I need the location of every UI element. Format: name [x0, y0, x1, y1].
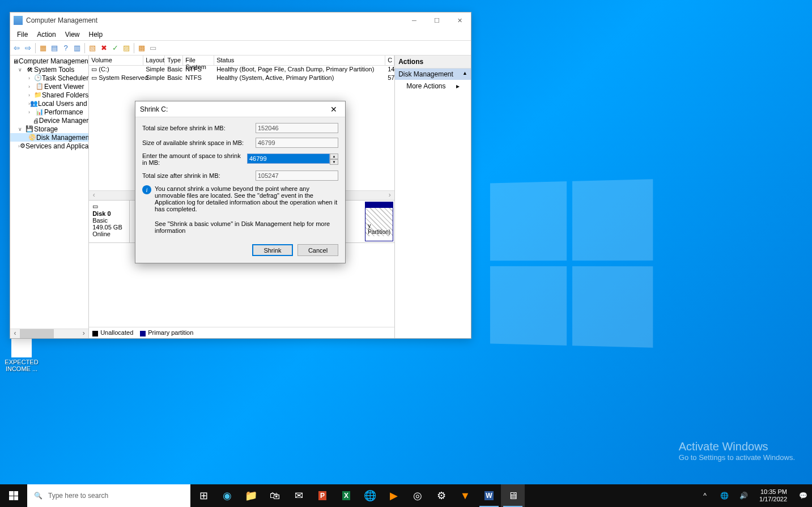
actions-more[interactable]: More Actions ▸ [395, 80, 471, 92]
drive-icon: ▭ [92, 203, 126, 210]
tree-task-scheduler[interactable]: › 🕒 Task Scheduler [10, 74, 88, 82]
actions-header: Actions [395, 56, 471, 69]
label-total-after: Total size after shrink in MB: [142, 172, 256, 179]
tree-event-viewer[interactable]: › 📋 Event Viewer [10, 82, 88, 91]
total-after-field [256, 171, 338, 181]
notifications-icon[interactable]: 💬 [796, 492, 810, 500]
close-button[interactable]: ✕ [448, 12, 471, 28]
task-view-icon[interactable]: ⊞ [192, 484, 215, 507]
collapse-icon[interactable]: ▲ [462, 70, 467, 78]
store-icon[interactable]: 🛍 [263, 484, 287, 507]
disk-label[interactable]: ▭ Disk 0 Basic 149.05 GB Online [89, 201, 130, 242]
media-icon[interactable]: ▶ [382, 484, 406, 507]
clock[interactable]: 10:35 PM 1/17/2022 [756, 488, 790, 503]
toolbar-icon[interactable]: ▩ [137, 43, 147, 53]
window-title: Computer Management [26, 16, 403, 24]
explorer-icon[interactable]: 📁 [239, 484, 263, 507]
help-icon[interactable]: ? [61, 43, 71, 53]
total-before-field [256, 123, 338, 133]
tree-services-applications[interactable]: › ⚙ Services and Applications [10, 142, 88, 150]
network-icon[interactable]: 🌐 [717, 492, 731, 500]
legend-primary-swatch [140, 331, 146, 336]
col-type[interactable]: Type [165, 56, 183, 65]
back-icon[interactable]: ⇦ [11, 43, 22, 53]
spin-up-icon[interactable]: ▲ [330, 154, 338, 159]
label-enter-amount: Enter the amount of space to shrink in M… [142, 152, 247, 166]
col-filesystem[interactable]: File System [183, 56, 214, 65]
actions-selected[interactable]: Disk Management ▲ [395, 69, 471, 80]
table-row[interactable]: ▭ (C:) Simple Basic NTFS Healthy (Boot, … [89, 66, 394, 74]
forward-icon[interactable]: ⇨ [23, 43, 33, 53]
menu-help[interactable]: Help [84, 29, 108, 40]
chevron-down-icon[interactable]: ∨ [18, 67, 25, 73]
cancel-button[interactable]: Cancel [297, 244, 338, 256]
desktop-icon-label: EXPECTED INCOME ... [5, 359, 39, 372]
toolbar-icon[interactable]: ▧ [87, 43, 97, 53]
menu-view[interactable]: View [61, 29, 84, 40]
toolbar-icon[interactable]: ▭ [148, 43, 158, 53]
services-icon: ⚙ [20, 142, 25, 150]
start-button[interactable] [0, 484, 27, 507]
spinner-buttons[interactable]: ▲ ▼ [330, 154, 338, 165]
shrink-amount-input[interactable] [247, 154, 330, 164]
delete-icon[interactable]: ✖ [99, 43, 109, 53]
chevron-down-icon[interactable]: ∨ [18, 126, 25, 132]
mail-icon[interactable]: ✉ [287, 484, 311, 507]
tree-root[interactable]: 🖥 Computer Management (Local [10, 57, 88, 65]
menubar: File Action View Help [10, 28, 471, 41]
desktop-windows-logo [490, 179, 653, 348]
tools-icon: 🛠 [25, 66, 34, 74]
col-status[interactable]: Status [214, 56, 385, 65]
tree-scrollbar[interactable]: ‹› [10, 329, 88, 338]
minimize-button[interactable]: ─ [403, 12, 426, 28]
col-c[interactable]: C [385, 56, 394, 65]
toolbar-icon[interactable]: ▨ [121, 43, 131, 53]
col-layout[interactable]: Layout [143, 56, 165, 65]
maximize-button[interactable]: ☐ [426, 12, 448, 28]
col-volume[interactable]: Volume [89, 56, 143, 65]
tray-chevron-icon[interactable]: ^ [698, 492, 712, 500]
powerpoint-icon[interactable]: P [311, 484, 334, 507]
tree-device-manager[interactable]: 🖨 Device Manager [10, 116, 88, 125]
device-icon: 🖨 [33, 117, 39, 125]
activate-sub: Go to Settings to activate Windows. [679, 453, 795, 462]
desktop-icon-expected-income[interactable]: EXPECTED INCOME ... [5, 337, 39, 372]
toolbar-icon[interactable]: ▤ [49, 43, 59, 53]
chevron-right-icon[interactable]: › [28, 92, 34, 98]
word-icon[interactable]: W [477, 484, 501, 507]
tree-disk-management[interactable]: 📀 Disk Management [10, 133, 88, 142]
tree-storage[interactable]: ∨ 💾 Storage [10, 125, 88, 133]
chevron-right-icon[interactable]: › [28, 109, 35, 115]
search-box[interactable]: 🔍 Type here to search [27, 484, 190, 507]
actions-pane: Actions Disk Management ▲ More Actions ▸ [395, 56, 471, 338]
menu-file[interactable]: File [12, 29, 32, 40]
tree-local-users[interactable]: › 👥 Local Users and Groups [10, 99, 88, 108]
close-icon[interactable]: ✕ [322, 105, 345, 114]
shrink-button[interactable]: Shrink [252, 244, 293, 256]
menu-action[interactable]: Action [32, 29, 60, 40]
edge-icon[interactable]: ◉ [215, 484, 239, 507]
tree-system-tools[interactable]: ∨ 🛠 System Tools [10, 65, 88, 74]
chevron-right-icon[interactable]: › [28, 75, 34, 81]
chrome-icon[interactable]: 🌐 [358, 484, 382, 507]
partition[interactable]: y Partition) [365, 202, 393, 241]
computer-icon: 🖥 [12, 57, 19, 65]
toolbar-icon[interactable]: ▥ [72, 43, 82, 53]
computer-management-taskbar-icon[interactable]: 🖥 [501, 484, 525, 507]
chevron-right-icon[interactable]: › [28, 84, 35, 90]
dialog-titlebar[interactable]: Shrink C: ✕ [135, 101, 345, 117]
system-tray: ^ 🌐 🔊 10:35 PM 1/17/2022 💬 [698, 488, 812, 503]
vlc-icon[interactable]: ▼ [453, 484, 477, 507]
tree-performance[interactable]: › 📊 Performance [10, 108, 88, 116]
titlebar[interactable]: Computer Management ─ ☐ ✕ [10, 12, 471, 28]
drive-icon: ▭ [91, 74, 97, 81]
settings-icon[interactable]: ⚙ [430, 484, 453, 507]
groove-icon[interactable]: ◎ [406, 484, 430, 507]
toolbar-icon[interactable]: ▦ [38, 43, 48, 53]
spin-down-icon[interactable]: ▼ [330, 159, 338, 165]
table-row[interactable]: ▭ System Reserved Simple Basic NTFS Heal… [89, 74, 394, 83]
volume-icon[interactable]: 🔊 [737, 492, 750, 500]
tree-shared-folders[interactable]: › 📁 Shared Folders [10, 91, 88, 99]
check-icon[interactable]: ✓ [110, 43, 120, 53]
excel-icon[interactable]: X [334, 484, 358, 507]
